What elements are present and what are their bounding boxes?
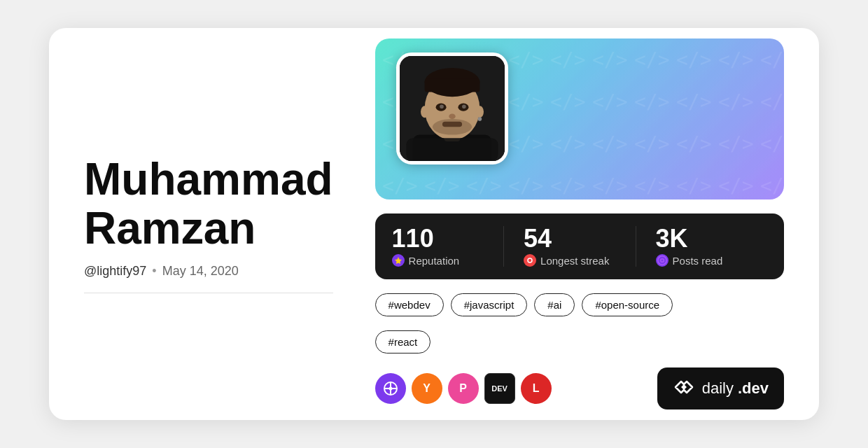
tag-ai[interactable]: #ai bbox=[534, 293, 575, 316]
tag-javascript[interactable]: #javascript bbox=[451, 293, 528, 316]
stat-posts: 3K Posts read bbox=[636, 226, 767, 267]
svg-point-12 bbox=[440, 104, 444, 108]
brand-text-bold: .dev bbox=[738, 379, 769, 398]
reputation-value: 110 bbox=[392, 226, 503, 251]
tag-webdev[interactable]: #webdev bbox=[375, 293, 444, 316]
tag-react[interactable]: #react bbox=[375, 330, 431, 354]
user-handle: @lightify97 bbox=[84, 264, 146, 279]
svg-marker-20 bbox=[395, 257, 402, 264]
streak-value: 54 bbox=[524, 226, 635, 251]
tag-open-source[interactable]: #open-source bbox=[582, 293, 673, 316]
left-section: Muhammad Ramzan @lightify97 • May 14, 20… bbox=[84, 155, 333, 294]
source-icon-3[interactable]: DEV bbox=[484, 373, 515, 404]
source-icon-2[interactable]: P bbox=[448, 373, 479, 404]
reputation-label: Reputation bbox=[392, 254, 503, 267]
svg-point-24 bbox=[660, 259, 664, 262]
svg-point-28 bbox=[388, 387, 392, 391]
svg-point-16 bbox=[421, 106, 428, 118]
avatar bbox=[396, 52, 508, 164]
posts-value: 3K bbox=[656, 226, 767, 251]
daily-dev-icon bbox=[673, 376, 695, 401]
svg-point-23 bbox=[657, 256, 666, 265]
user-meta: @lightify97 • May 14, 2020 bbox=[84, 264, 333, 279]
user-joined-date: May 14, 2020 bbox=[162, 264, 239, 279]
source-icons: Y P DEV L bbox=[375, 373, 552, 404]
right-section: </> bbox=[375, 38, 784, 410]
svg-point-14 bbox=[449, 114, 455, 120]
streak-icon bbox=[524, 254, 536, 267]
reputation-icon bbox=[392, 254, 405, 267]
source-icon-4[interactable]: L bbox=[521, 373, 552, 404]
posts-icon bbox=[656, 254, 668, 267]
svg-rect-8 bbox=[424, 79, 479, 92]
tags-row-2: #react bbox=[375, 330, 784, 354]
tags-row: #webdev #javascript #ai #open-source bbox=[375, 293, 784, 316]
profile-card: Muhammad Ramzan @lightify97 • May 14, 20… bbox=[49, 28, 819, 420]
stat-reputation: 110 Reputation bbox=[392, 226, 503, 267]
streak-label: Longest streak bbox=[524, 254, 635, 267]
user-name: Muhammad Ramzan bbox=[84, 155, 333, 253]
posts-label: Posts read bbox=[656, 254, 767, 267]
brand-text-light: daily bbox=[702, 379, 734, 398]
svg-point-18 bbox=[477, 117, 482, 121]
svg-rect-19 bbox=[406, 138, 498, 161]
svg-point-17 bbox=[475, 106, 483, 118]
profile-banner: </> bbox=[375, 38, 784, 200]
separator: • bbox=[152, 264, 156, 279]
stats-bar: 110 Reputation 54 bbox=[375, 214, 784, 279]
source-icon-0[interactable] bbox=[375, 373, 406, 404]
svg-point-13 bbox=[462, 104, 466, 108]
bottom-row: Y P DEV L daily.dev bbox=[375, 368, 784, 410]
stat-streak: 54 Longest streak bbox=[503, 226, 635, 267]
daily-dev-logo: daily.dev bbox=[702, 379, 769, 398]
svg-rect-15 bbox=[442, 122, 462, 127]
daily-dev-badge: daily.dev bbox=[657, 368, 784, 410]
divider bbox=[84, 293, 333, 293]
source-icon-1[interactable]: Y bbox=[412, 373, 442, 404]
